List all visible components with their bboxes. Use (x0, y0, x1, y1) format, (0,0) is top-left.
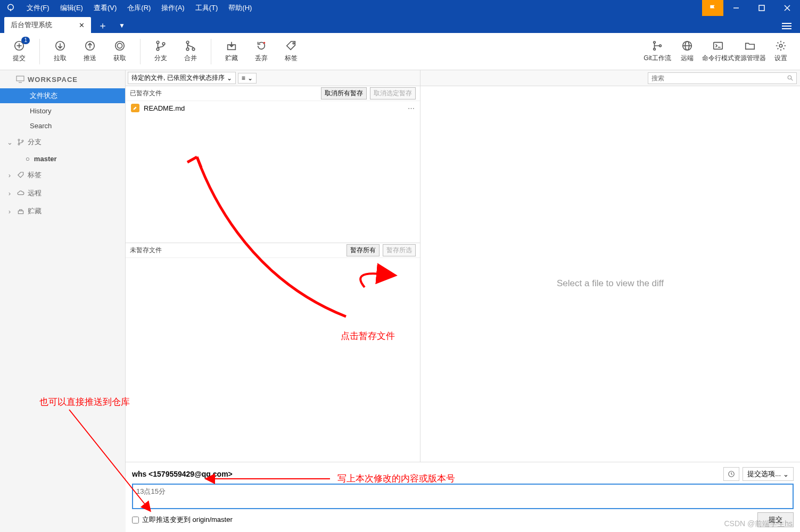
close-button[interactable] (774, 0, 800, 16)
tag-icon (17, 171, 24, 179)
svg-point-24 (654, 48, 656, 51)
push-button[interactable]: 推送 (75, 36, 105, 68)
diff-pane: Select a file to view the diff (420, 70, 800, 481)
app-logo-icon (0, 3, 21, 13)
menu-edit[interactable]: 编辑(E) (55, 3, 88, 13)
pull-icon (54, 40, 66, 52)
sidebar-history[interactable]: History (0, 103, 125, 118)
fetch-icon (114, 40, 126, 52)
svg-point-16 (162, 43, 165, 45)
file-panel: 待定的文件, 已依照文件状态排序⌄ ≡⌄ 已暂存文件 取消所有暂存 取消选定暂存… (126, 70, 420, 481)
svg-point-15 (156, 48, 159, 51)
branch-button[interactable]: 分支 (146, 36, 176, 68)
settings-button[interactable]: 设置 (766, 36, 796, 68)
commit-button[interactable]: 1 提交 (4, 36, 34, 68)
terminal-icon (712, 40, 724, 52)
discard-icon (255, 40, 267, 52)
menu-repo[interactable]: 仓库(R) (122, 3, 156, 13)
cloud-icon (17, 189, 24, 197)
staged-file-list: README.md ⋯ (126, 101, 420, 243)
svg-point-34 (18, 144, 20, 145)
search-icon (787, 74, 794, 81)
filter-bar: 待定的文件, 已依照文件状态排序⌄ ≡⌄ (126, 70, 420, 86)
tabbar: 后台管理系统 ✕ ＋ ▼ (0, 16, 800, 33)
svg-rect-31 (17, 76, 24, 81)
staged-file-row[interactable]: README.md ⋯ (126, 101, 420, 115)
unstage-all-button[interactable]: 取消所有暂存 (321, 87, 367, 99)
diff-placeholder: Select a file to view the diff (420, 86, 800, 481)
sidebar-branches-header[interactable]: ⌄ 分支 (0, 133, 125, 151)
push-checkbox-label: 立即推送变更到 origin/master (142, 515, 233, 525)
stash-button[interactable]: 贮藏 (217, 36, 246, 68)
view-mode-combo[interactable]: ≡⌄ (238, 73, 257, 84)
fetch-button[interactable]: 获取 (105, 36, 135, 68)
commit-author: whs <1579559429@qq.com> (132, 470, 233, 478)
svg-point-14 (156, 41, 159, 44)
menu-tools[interactable]: 工具(T) (190, 3, 224, 13)
menu-file[interactable]: 文件(F) (21, 3, 55, 13)
unstaged-header: 未暂存文件 暂存所有 暂存所选 (126, 243, 420, 258)
svg-point-37 (788, 76, 791, 79)
push-checkbox[interactable] (132, 517, 139, 523)
svg-rect-36 (18, 211, 23, 213)
merge-button[interactable]: 合并 (176, 36, 205, 68)
unstaged-file-list (126, 258, 420, 481)
search-input[interactable] (648, 72, 797, 84)
remote-button[interactable]: 远端 (672, 36, 702, 68)
sidebar-file-status[interactable]: 文件状态 (0, 88, 125, 103)
sidebar-stash-header[interactable]: › 贮藏 (0, 202, 125, 220)
explorer-button[interactable]: 资源管理器 (734, 36, 766, 68)
modified-icon (131, 104, 139, 112)
svg-point-22 (293, 43, 294, 44)
menu-actions[interactable]: 操作(A) (156, 3, 189, 13)
chevron-down-icon: ⌄ (5, 138, 14, 146)
history-button[interactable] (723, 467, 739, 481)
svg-point-17 (186, 41, 189, 44)
stage-all-button[interactable]: 暂存所有 (347, 244, 380, 256)
svg-point-23 (654, 41, 656, 44)
chevron-down-icon: ⌄ (227, 74, 232, 82)
gitflow-icon (651, 40, 663, 52)
svg-point-19 (192, 48, 195, 51)
sidebar-remote-header[interactable]: › 远程 (0, 184, 125, 202)
tag-button[interactable]: 标签 (276, 36, 306, 68)
menubar: 文件(F) 编辑(E) 查看(V) 仓库(R) 操作(A) 工具(T) 帮助(H… (0, 0, 800, 16)
sidebar-tags-header[interactable]: › 标签 (0, 166, 125, 184)
svg-rect-2 (759, 5, 764, 11)
watermark: CSDN @前端学生hs (724, 519, 793, 529)
chevron-right-icon: › (5, 189, 14, 197)
close-tab-icon[interactable]: ✕ (79, 21, 85, 29)
branch-icon (155, 40, 167, 52)
stash-icon (17, 207, 24, 215)
pull-button[interactable]: 拉取 (45, 36, 75, 68)
menu-help[interactable]: 帮助(H) (223, 3, 257, 13)
hamburger-icon[interactable] (779, 19, 795, 33)
monitor-icon (16, 76, 24, 83)
discard-button[interactable]: 丢弃 (246, 36, 276, 68)
commit-message-input[interactable]: 13点15分 (132, 484, 794, 509)
clock-icon (728, 470, 735, 478)
remote-icon (681, 40, 693, 52)
chevron-right-icon: › (5, 171, 14, 179)
file-filter-combo[interactable]: 待定的文件, 已依照文件状态排序⌄ (128, 72, 236, 84)
minimize-button[interactable] (723, 0, 749, 16)
tab-dropdown-icon[interactable]: ▼ (114, 18, 129, 33)
chevron-down-icon: ⌄ (783, 470, 789, 478)
sidebar-workspace-header[interactable]: WORKSPACE (0, 70, 125, 88)
push-icon (84, 40, 96, 52)
terminal-button[interactable]: 命令行模式 (702, 36, 734, 68)
file-menu-icon[interactable]: ⋯ (408, 104, 415, 112)
stage-selected-button: 暂存所选 (383, 244, 416, 256)
gitflow-button[interactable]: Git工作流 (642, 36, 672, 68)
sidebar-search[interactable]: Search (0, 118, 125, 133)
flag-icon[interactable] (702, 0, 723, 16)
staged-header: 已暂存文件 取消所有暂存 取消选定暂存 (126, 86, 420, 101)
menu-view[interactable]: 查看(V) (88, 3, 122, 13)
sidebar-branch-master[interactable]: ○ master (0, 151, 125, 166)
toolbar: 1 提交 拉取 推送 获取 分支 合并 贮藏 丢弃 标签 Git工作流 (0, 33, 800, 70)
maximize-button[interactable] (749, 0, 774, 16)
svg-point-35 (22, 140, 23, 142)
repo-tab[interactable]: 后台管理系统 ✕ (4, 17, 91, 33)
add-tab-button[interactable]: ＋ (95, 18, 110, 33)
commit-options-button[interactable]: 提交选项...⌄ (743, 467, 794, 481)
